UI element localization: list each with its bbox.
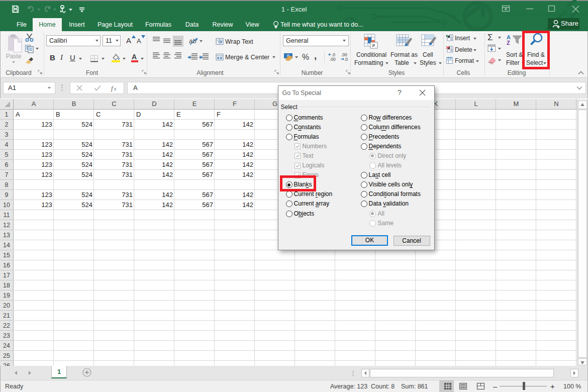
svg-text:≠: ≠ <box>372 42 375 48</box>
svg-text:.0: .0 <box>344 57 348 62</box>
svg-text:.00: .00 <box>330 57 336 62</box>
svg-text:ab: ab <box>189 37 196 45</box>
svg-text:Z: Z <box>507 40 510 46</box>
svg-text:x: x <box>114 86 117 91</box>
